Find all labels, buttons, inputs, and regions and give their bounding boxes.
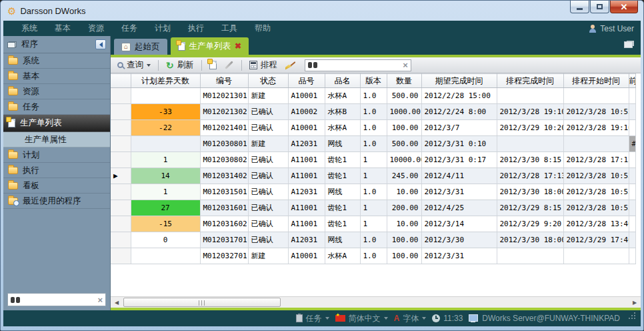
cell-part_no[interactable]: A10001 [288, 120, 325, 136]
cell-code[interactable]: M012021301 [200, 88, 248, 104]
cell-diff-days[interactable]: 0 [131, 232, 200, 248]
cell-status[interactable]: 已确认 [248, 232, 288, 248]
cell-sched_start[interactable] [563, 88, 629, 104]
table-row[interactable]: -15M012031602已确认A11001齿轮1110.002012/3/14… [111, 216, 635, 232]
cell-code[interactable]: M012021302 [200, 104, 248, 120]
sidebar-collapse-button[interactable] [95, 39, 106, 49]
cell-expect_time[interactable]: 2012/3/31 [421, 248, 497, 264]
row-indicator[interactable] [111, 248, 131, 264]
cell-part_no[interactable]: A12031 [288, 136, 325, 152]
row-indicator[interactable] [111, 184, 131, 200]
cell-code[interactable]: M012021401 [200, 120, 248, 136]
resize-grip[interactable] [629, 318, 630, 319]
grid-header-sched_start[interactable]: 排程开始时间 [563, 74, 629, 88]
cell-code[interactable]: M012032701 [200, 248, 248, 264]
scroll-right-icon[interactable]: ▶ [629, 297, 641, 308]
tab-start-page[interactable]: 起始页 [114, 39, 167, 55]
cell-part_no[interactable]: A10001 [288, 248, 325, 264]
cell-sched_start[interactable]: 2012/3/28 17:13 [563, 152, 629, 168]
cell-sched_start[interactable]: 2012/3/29 17:46 [563, 232, 629, 248]
refresh-button[interactable]: ↻ 刷新 [164, 59, 196, 72]
table-row[interactable]: M012032701新建A10001水杯A1.0100.002012/3/31 [111, 248, 635, 264]
sidebar-item-7[interactable]: 执行 [3, 163, 110, 178]
query-button[interactable]: 查询 [115, 59, 153, 72]
cell-diff-days[interactable]: 1 [131, 152, 200, 168]
cell-part_name[interactable]: 齿轮1 [325, 200, 360, 216]
cell-part_no[interactable]: A10001 [288, 88, 325, 104]
menu-item-5[interactable]: 执行 [179, 21, 213, 36]
cell-qty[interactable]: 100.00 [387, 248, 421, 264]
sidebar-item-3[interactable]: 任务 [3, 99, 110, 115]
cell-qty[interactable]: 100.00 [387, 120, 421, 136]
cell-part_no[interactable]: A12031 [288, 184, 325, 200]
cell-status[interactable]: 已确认 [248, 216, 288, 232]
cell-diff-days[interactable]: -15 [131, 216, 200, 232]
cell-diff-days[interactable] [131, 136, 200, 152]
sidebar-item-5[interactable]: 生产单属性 [3, 132, 110, 147]
table-row[interactable]: M012030801新建A12031网线1.0500.002012/3/31 0… [111, 136, 635, 152]
row-indicator[interactable] [111, 232, 131, 248]
clear-schedule-button[interactable] [283, 59, 298, 72]
status-task-dropdown[interactable]: 任务 [296, 313, 329, 324]
cell-sched_start[interactable]: 2012/3/28 19:10 [563, 120, 629, 136]
cell-qty[interactable]: 10000.00 [387, 152, 421, 168]
grid-header-indicator[interactable] [111, 74, 131, 88]
cell-sched_end[interactable]: 2012/3/28 17:13 [497, 168, 563, 184]
table-row[interactable]: 27M012031601已确认A11001齿轮11200.002012/4/25… [111, 200, 635, 216]
cell-qty[interactable]: 10.00 [387, 184, 421, 200]
cell-part_no[interactable]: A11001 [288, 152, 325, 168]
table-row[interactable]: M012021301新建A10001水杯A1.0500.002012/2/28 … [111, 88, 635, 104]
table-row[interactable]: ▶14M012031402已确认A11001齿轮11245.002012/4/1… [111, 168, 635, 184]
cell-status[interactable]: 新建 [248, 88, 288, 104]
cell-part_name[interactable]: 水杯A [325, 120, 360, 136]
row-indicator[interactable] [111, 200, 131, 216]
sidebar-item-6[interactable]: 计划 [3, 147, 110, 163]
cell-sched_end[interactable]: 2012/3/30 8:15 [497, 152, 563, 168]
sidebar-search-input[interactable] [23, 295, 94, 304]
new-button[interactable] [207, 59, 219, 72]
cell-expect_time[interactable]: 2012/4/11 [421, 168, 497, 184]
cell-part_no[interactable]: A11001 [288, 168, 325, 184]
cell-sched_start[interactable] [563, 248, 629, 264]
menu-item-7[interactable]: 帮助 [246, 21, 279, 36]
cell-sched_start[interactable]: 2012/3/28 10:52 [563, 184, 629, 200]
cell-diff-days[interactable]: 1 [131, 184, 200, 200]
cell-sched_end[interactable]: 2012/3/29 10:20 [497, 120, 563, 136]
cell-part_no[interactable]: A10002 [288, 104, 325, 120]
row-indicator[interactable] [111, 136, 131, 152]
menu-item-2[interactable]: 资源 [79, 21, 113, 36]
cell-part_name[interactable]: 网线 [325, 232, 360, 248]
grid-header-overflow[interactable]: 前 [629, 74, 635, 88]
cell-expect_time[interactable]: 2012/4/25 [421, 200, 497, 216]
cell-code[interactable]: M012031701 [200, 232, 248, 248]
cell-part_no[interactable]: A11001 [288, 216, 325, 232]
sidebar-item-8[interactable]: 看板 [3, 178, 110, 194]
grid-header-sched_end[interactable]: 排程完成时间 [497, 74, 563, 88]
status-font-dropdown[interactable]: A 字体 [394, 313, 427, 324]
cell-expect_time[interactable]: 2012/3/14 [421, 216, 497, 232]
cell-expect_time[interactable]: 2012/3/7 [421, 120, 497, 136]
scrollbar-thumb[interactable] [123, 298, 281, 307]
row-indicator[interactable] [111, 104, 131, 120]
window-list-icon[interactable] [624, 41, 634, 48]
cell-sched_start[interactable]: 2012/3/28 13:40 [563, 216, 629, 232]
cell-sched_end[interactable]: 2012/3/30 18:00 [497, 184, 563, 200]
sidebar-search-clear-icon[interactable]: × [97, 296, 103, 304]
cell-status[interactable]: 已确认 [248, 104, 288, 120]
scroll-left-icon[interactable]: ◀ [111, 297, 123, 308]
menu-item-3[interactable]: 任务 [113, 21, 146, 36]
cell-diff-days[interactable]: -33 [131, 104, 200, 120]
cell-version[interactable]: 1 [360, 216, 387, 232]
cell-sched_start[interactable]: 2012/3/28 10:52 [563, 104, 629, 120]
cell-part_name[interactable]: 网线 [325, 136, 360, 152]
sidebar-item-1[interactable]: 基本 [3, 69, 110, 84]
cell-code[interactable]: M012031501 [200, 184, 248, 200]
grid-header-diff[interactable]: 计划差异天数 [131, 74, 200, 88]
cell-expect_time[interactable]: 2012/2/24 8:00 [421, 104, 497, 120]
cell-expect_time[interactable]: 2012/2/28 15:00 [421, 88, 497, 104]
cell-qty[interactable]: 10.00 [387, 216, 421, 232]
menu-item-0[interactable]: 系统 [13, 21, 46, 36]
tab-close-icon[interactable]: ✖ [235, 42, 241, 50]
table-row[interactable]: -22M012021401已确认A10001水杯A1.0100.002012/3… [111, 120, 635, 136]
cell-diff-days[interactable]: -22 [131, 120, 200, 136]
